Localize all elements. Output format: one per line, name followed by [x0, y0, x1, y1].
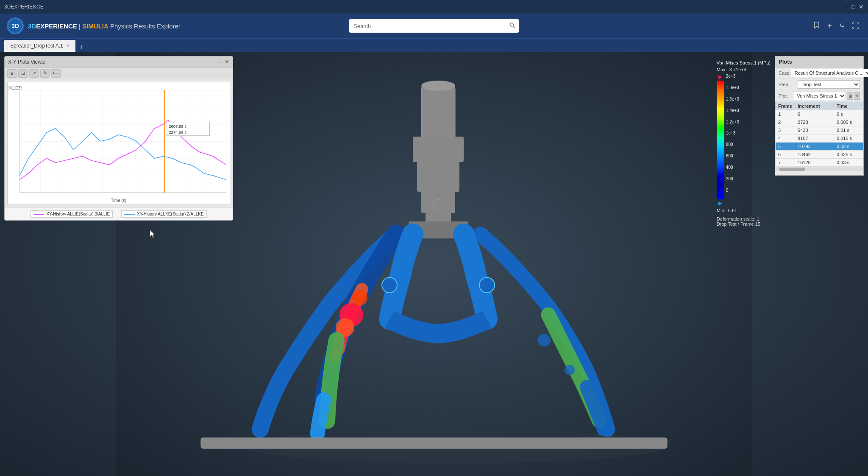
expand-view-button[interactable]: ⛶ [852, 22, 860, 31]
deformation-scale: Deformation scale: 1 [717, 216, 771, 221]
search-icon [509, 22, 515, 30]
add-button[interactable]: + [827, 22, 832, 31]
toolbar-edit-button[interactable]: ✎ [40, 69, 50, 78]
color-scale-top-arrow: ▶ [718, 74, 722, 80]
color-scale-min: Min : 6.61 [717, 208, 771, 213]
table-cell-increment: 5430 [795, 126, 834, 134]
plot-icon-btn-1[interactable]: ⊞ [847, 92, 853, 100]
color-scale-bar-container: ▶ ▶ 2e+31.8e+31.6e+31.4e+31.2e+31e+38006… [717, 74, 771, 206]
table-cell-time: 0 s [834, 110, 863, 118]
svg-text:2274.69 J: 2274.69 J [169, 130, 186, 134]
tab-close-button[interactable]: ✕ [66, 43, 70, 49]
table-row[interactable]: 1 0 0 s [776, 110, 863, 118]
svg-point-21 [538, 334, 551, 347]
svg-text:3D: 3D [11, 22, 19, 29]
svg-rect-23 [19, 90, 226, 193]
brand-text: 3DEXPERIENCE | SIMULIA Physics Results E… [28, 22, 181, 30]
xy-plots-panel: X-Y Plots Viewer ─ ✕ ≡ ⊞ ↗ ✎ ⟵ [x1.E3] [4, 56, 233, 221]
plots-table-container[interactable]: Frame Increment Time 1 0 0 s 2 2728 0.00… [775, 102, 863, 167]
plot-select[interactable]: Von Mises Stress 1 [793, 92, 846, 100]
xy-plots-titlebar: X-Y Plots Viewer ─ ✕ [5, 56, 233, 67]
table-cell-increment: 10793 [795, 143, 834, 151]
legend-item-allie: XY-History ALLIE(Scalar).3/ALLIE [31, 210, 113, 218]
legend-label-allie: XY-History ALLIE(Scalar).3/ALLIE [46, 212, 110, 216]
table-cell-frame: 4 [776, 134, 795, 143]
color-scale-bottom-arrow: ▶ [718, 200, 722, 206]
svg-point-18 [382, 277, 397, 293]
plots-table: Frame Increment Time 1 0 0 s 2 2728 0.00… [775, 102, 863, 167]
color-scale: Von Mises Stress.1 (MPa) Max : 3.71e+4 ▶… [717, 60, 771, 227]
table-cell-frame: 2 [776, 118, 795, 126]
table-cell-frame: 6 [776, 151, 795, 159]
search-bar [349, 19, 519, 33]
table-body: 1 0 0 s 2 2728 0.005 s 3 5430 0.01 s 4 8… [776, 110, 863, 167]
close-button[interactable]: ✕ [859, 3, 864, 10]
table-row[interactable]: 5 10793 0.02 s [776, 143, 863, 151]
svg-marker-4 [815, 22, 819, 28]
table-cell-time: 0.02 s [834, 143, 863, 151]
table-cell-increment: 13462 [795, 151, 834, 159]
tab-spreader-droptest[interactable]: Spreader_DropTest A.1 ✕ [4, 40, 75, 52]
xy-plots-close-button[interactable]: ✕ [225, 59, 229, 65]
table-header-time: Time [834, 102, 863, 110]
table-horizontal-scrollbar[interactable] [775, 167, 863, 171]
plots-panel-title: Plots [775, 56, 863, 67]
toolbar-zoom-button[interactable]: ↗ [29, 69, 39, 78]
color-scale-label: 2e+3 [726, 74, 739, 78]
svg-point-22 [565, 365, 575, 375]
toolbar-grid-button[interactable]: ⊞ [18, 69, 28, 78]
new-tab-button[interactable]: + [77, 42, 86, 52]
table-cell-frame: 3 [776, 126, 795, 134]
color-scale-label: 400 [726, 165, 739, 170]
frame-info: Drop Test / Frame 15 [717, 221, 771, 227]
table-row[interactable]: 6 13462 0.025 s [776, 151, 863, 159]
color-scale-label: 1.8e+3 [726, 85, 739, 90]
plot-label: Plot: [779, 93, 793, 98]
color-scale-labels: 2e+31.8e+31.6e+31.4e+31.2e+31e+380060040… [726, 74, 739, 193]
table-cell-increment: 2728 [795, 118, 834, 126]
bookmark-icon[interactable] [813, 21, 821, 31]
xy-plots-title: X-Y Plots Viewer [8, 59, 219, 65]
case-label: Case: [779, 70, 791, 76]
svg-point-20 [433, 199, 443, 210]
toolbar-menu-button[interactable]: ≡ [7, 69, 17, 78]
minimize-button[interactable]: ─ [844, 3, 849, 10]
maximize-button[interactable]: □ [852, 3, 855, 10]
chart-area[interactable]: [x1.E3] 5.0 4.0 3.0 2.0 1.0 0.0 [7, 82, 230, 205]
plot-icon-btn-2[interactable]: ✎ [854, 92, 860, 100]
search-input[interactable] [349, 19, 519, 33]
logo-icon: 3D [7, 17, 24, 34]
table-cell-time: 0.025 s [834, 151, 863, 159]
table-cell-frame: 7 [776, 159, 795, 167]
toolbar-back-button[interactable]: ⟵ [51, 69, 61, 78]
step-select[interactable]: Drop Test [798, 80, 860, 89]
color-scale-title: Von Mises Stress.1 (MPa) [717, 60, 771, 65]
svg-point-2 [510, 23, 514, 26]
xy-plots-minimize-button[interactable]: ─ [219, 59, 223, 65]
table-row[interactable]: 7 16128 0.03 s [776, 159, 863, 167]
table-hscroll-thumb[interactable] [779, 168, 805, 171]
color-scale-label: 0 [726, 188, 739, 193]
topbar-right: + ⤷ ⛶ [813, 21, 860, 31]
step-row: Step: Drop Test [775, 79, 863, 90]
svg-text:2607.99 J: 2607.99 J [169, 124, 186, 129]
color-scale-label: 200 [726, 176, 739, 181]
table-cell-time: 0.005 s [834, 118, 863, 126]
color-scale-bar [717, 81, 724, 199]
titlebar: 3DEXPERIENCE ─ □ ✕ [0, 0, 868, 14]
table-cell-time: 0.015 s [834, 134, 863, 143]
main-content: X-Y Plots Viewer ─ ✕ ≡ ⊞ ↗ ✎ ⟵ [x1.E3] [0, 52, 868, 476]
xy-plots-toolbar: ≡ ⊞ ↗ ✎ ⟵ [5, 67, 233, 79]
table-row[interactable]: 2 2728 0.005 s [776, 118, 863, 126]
legend-label-allke: XY-History ALLKE(Scalar).2/ALLKE [137, 212, 203, 216]
table-cell-time: 0.03 s [834, 159, 863, 167]
case-row: Case: Result Of Structural Analysis C... [775, 67, 863, 79]
forward-button[interactable]: ⤷ [839, 21, 845, 31]
color-scale-label: 1e+3 [726, 131, 739, 135]
case-select[interactable]: Result Of Structural Analysis C... [791, 69, 868, 77]
plot-row: Plot: Von Mises Stress 1 ⊞ ✎ [775, 90, 863, 102]
plots-panel: Plots Case: Result Of Structural Analysi… [775, 56, 864, 176]
table-row[interactable]: 3 5430 0.01 s [776, 126, 863, 134]
table-cell-frame: 1 [776, 110, 795, 118]
table-row[interactable]: 4 8107 0.015 s [776, 134, 863, 143]
